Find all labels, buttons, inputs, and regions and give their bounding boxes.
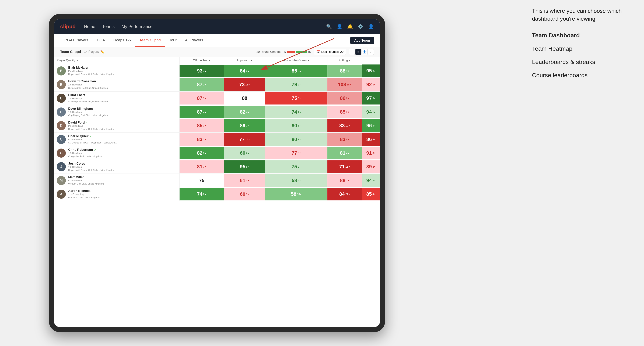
metric-value: 86 (366, 137, 372, 142)
metric-change: 3 (203, 138, 206, 141)
player-handicap: Plus Handicap (68, 124, 115, 128)
metric-box: 97 5 (362, 92, 380, 105)
metric-box: 77 14 (224, 133, 265, 146)
table-row[interactable]: D David Ford ✓ Plus Handicap Royal North… (54, 119, 380, 133)
table-row[interactable]: C Chris Robertson ✓ 1-5 Handicap Craigmi… (54, 146, 380, 160)
metric-box-quality: 87 1 (180, 78, 224, 91)
last-rounds-button[interactable]: 📅 Last Rounds: 20 (314, 49, 346, 55)
chart-view-button[interactable]: 👤 (362, 49, 368, 55)
player-name: Elliot Ebert (68, 93, 108, 97)
bell-icon[interactable]: 🔔 (347, 24, 353, 29)
metric-box: 86 6 (328, 92, 362, 105)
metric-off_tee: 61 3 (224, 174, 265, 187)
user-icon[interactable]: 👤 (337, 24, 342, 29)
search-icon[interactable]: 🔍 (326, 24, 332, 29)
metric-change: 8 (203, 193, 206, 195)
metric-box: 80 3 (265, 119, 327, 132)
table-row[interactable]: D Dave Billingham 1-5 Handicap Gog Magog… (54, 105, 380, 119)
tab-tour[interactable]: Tour (165, 34, 181, 47)
player-club: Royal North Devon Golf Club, United King… (68, 169, 115, 172)
metric-quality: 87 1 (180, 78, 224, 91)
metric-approach: 75 3 (265, 91, 328, 105)
metric-box: 61 3 (224, 174, 265, 187)
metric-putting: 86 8 (362, 133, 380, 146)
player-info: Aaron Nicholls 11-15 Handicap Drift Golf… (68, 189, 100, 199)
avatar: D (57, 121, 66, 130)
metric-value: 87 (197, 109, 202, 115)
metric-change: 10 (346, 124, 350, 127)
table-row[interactable]: E Elliot Ebert 1-5 Handicap Sunningdale … (54, 91, 380, 105)
metric-value: 61 (240, 178, 245, 183)
metric-putting: 94 1 (362, 105, 380, 119)
metric-quality: 82 3 (180, 146, 224, 160)
table-container[interactable]: Player Quality ▼ Off the Tee ▼ Approach … (54, 57, 380, 327)
player-table: Player Quality ▼ Off the Tee ▼ Approach … (54, 57, 380, 201)
annotation-intro: This is where you can choose which dashb… (532, 7, 634, 23)
player-info: Charlie Quick ✓ 6-10 Handicap St. George… (68, 134, 117, 144)
tab-pga[interactable]: PGA (92, 34, 109, 47)
table-row[interactable]: A Aaron Nicholls 11-15 Handicap Drift Go… (54, 187, 380, 201)
player-cell: E Edward Crossman 1-5 Handicap Sunningda… (54, 78, 180, 91)
settings-icon[interactable]: ⚙️ (358, 24, 363, 29)
player-club: Royal North Devon Golf Club, United King… (68, 73, 115, 76)
metric-off_tee: 88 (224, 91, 265, 105)
table-row[interactable]: B Blair McHarg Plus Handicap Royal North… (54, 64, 380, 78)
metric-change: 8 (372, 138, 376, 141)
tab-pgat-players[interactable]: PGAT Players (60, 34, 92, 47)
tab-all-players[interactable]: All Players (181, 34, 208, 47)
avatar: D (57, 107, 66, 117)
metric-box: 96 3 (362, 119, 380, 132)
player-info: David Ford ✓ Plus Handicap Royal North D… (68, 121, 115, 131)
metric-off_tee: 77 14 (224, 133, 265, 146)
metric-box: 80 1 (265, 133, 327, 146)
metric-change: 2 (372, 165, 376, 168)
nav-icons: 🔍 👤 🔔 ⚙️ 👤 (326, 24, 374, 29)
metric-approach: 58 10 (265, 187, 328, 201)
metric-box-quality: 93 4 (180, 65, 224, 77)
col-around-green: Around the Green ▼ (265, 57, 328, 64)
table-row[interactable]: J Josh Coles 1-5 Handicap Royal North De… (54, 160, 380, 173)
player-club: Drift Golf Club, United Kingdom (68, 196, 100, 199)
table-row[interactable]: M Matt Miller 6-10 Handicap Woburn Golf … (54, 174, 380, 187)
table-view-button[interactable]: ≡ (355, 49, 361, 55)
metric-box: 94 1 (362, 106, 380, 118)
metric-putting: 97 5 (362, 91, 380, 105)
tab-team-clippd[interactable]: Team Clippd (135, 34, 165, 47)
nav-my-performance[interactable]: My Performance (122, 24, 152, 29)
round-change-bar: -5 +5 (283, 50, 310, 53)
metric-change: 6 (346, 97, 350, 100)
metric-change: 4 (246, 111, 249, 113)
metric-value: 93 (197, 68, 202, 74)
add-team-button[interactable]: Add Team (350, 37, 374, 44)
nav-home[interactable]: Home (84, 24, 95, 29)
metric-value: 81 (340, 150, 346, 156)
calendar-icon: 📅 (316, 50, 320, 54)
col-player: Player Quality ▼ (54, 57, 180, 64)
player-handicap: 1-5 Handicap (68, 97, 108, 100)
metric-box: 83 6 (328, 133, 362, 146)
metric-value: 82 (240, 109, 245, 115)
metric-box: 92 3 (362, 78, 380, 91)
metric-change: 4 (346, 152, 350, 155)
tab-hcaps[interactable]: Hcaps 1-5 (109, 34, 135, 47)
metric-value: 74 (197, 191, 202, 197)
nav-teams[interactable]: Teams (102, 24, 114, 29)
table-row[interactable]: C Charlie Quick ✓ 6-10 Handicap St. Geor… (54, 133, 380, 146)
table-row[interactable]: E Edward Crossman 1-5 Handicap Sunningda… (54, 78, 380, 91)
metric-approach: 58 4 (265, 174, 328, 187)
player-club: St. George's Hill GC - Weybridge - Surre… (68, 141, 117, 144)
metric-change: 6 (246, 70, 249, 72)
metric-box: 88 (224, 92, 265, 105)
metric-change: 4 (203, 111, 206, 113)
edit-icon[interactable]: ✏️ (100, 50, 104, 54)
grid-view-button[interactable]: ⊞ (349, 49, 355, 55)
metric-approach: 77 3 (265, 146, 328, 160)
metric-box: 82 4 (224, 106, 265, 118)
team-count: | 14 Players (82, 50, 99, 54)
metric-value: 60 (240, 191, 245, 197)
avatar: E (57, 80, 66, 89)
metric-box: 86 8 (362, 133, 380, 146)
avatar-icon[interactable]: 👤 (368, 24, 374, 29)
metric-box-quality: 87 3 (180, 92, 224, 105)
download-button[interactable]: ↓ (368, 49, 374, 55)
